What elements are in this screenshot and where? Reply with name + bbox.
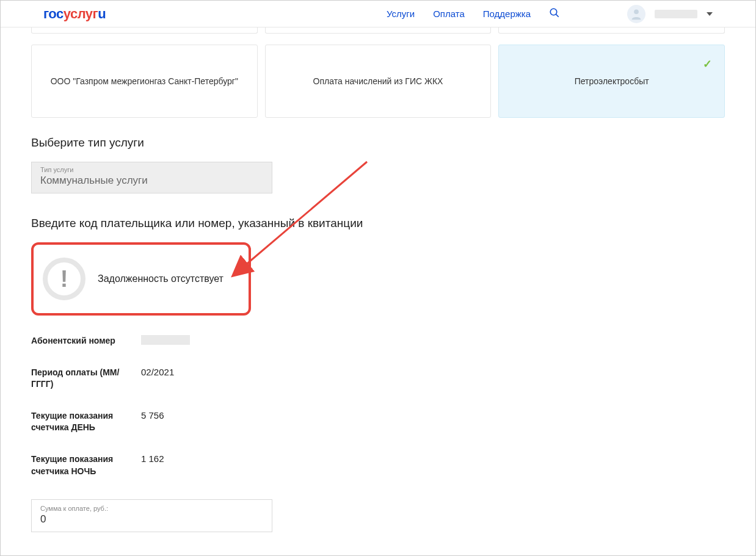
nav-support[interactable]: Поддержка [483, 9, 531, 19]
amount-value: 0 [40, 513, 263, 525]
logo-part-3: u [98, 6, 106, 21]
nav-payment[interactable]: Оплата [433, 9, 465, 19]
svg-point-0 [550, 9, 557, 15]
content: ООО "Газпром межрегионгаз Санкт-Петербур… [1, 27, 755, 532]
provider-stub [498, 27, 725, 34]
provider-card-gis[interactable]: Оплата начислений из ГИС ЖКХ [265, 45, 492, 118]
logo-part-2: услуг [64, 6, 98, 21]
info-day: Текущие показания счетчика ДЕНЬ 5 756 [31, 410, 725, 434]
alert-icon: ! [43, 258, 85, 300]
app-frame: госуслугu Услуги Оплата Поддержка ООО [0, 0, 756, 556]
provider-stub [265, 27, 492, 34]
svg-line-3 [245, 162, 367, 265]
info-period: Период оплаты (ММ/ГГГГ) 02/2021 [31, 367, 725, 391]
check-icon: ✓ [703, 57, 712, 71]
night-label: Текущие показания счетчика НОЧЬ [31, 453, 141, 477]
search-icon[interactable] [549, 7, 560, 21]
period-label: Период оплаты (ММ/ГГГГ) [31, 367, 141, 391]
service-type-label: Тип услуги [40, 166, 263, 173]
subscriber-value-redacted [141, 335, 190, 345]
info-night: Текущие показания счетчика НОЧЬ 1 162 [31, 453, 725, 477]
amount-field[interactable]: Сумма к оплате, руб.: 0 [31, 499, 272, 532]
logo-part-1: гос [43, 6, 64, 21]
providers-row-prev-partial [31, 27, 725, 34]
header: госуслугu Услуги Оплата Поддержка [1, 1, 755, 27]
provider-stub [31, 27, 258, 34]
user-menu-caret-icon[interactable] [707, 12, 713, 16]
day-value: 5 756 [141, 410, 164, 434]
info-subscriber: Абонентский номер [31, 335, 725, 347]
service-type-value: Коммунальные услуги [40, 175, 263, 187]
logo[interactable]: госуслугu [43, 6, 106, 22]
user-area [627, 5, 713, 23]
svg-point-2 [634, 9, 639, 14]
period-value: 02/2021 [141, 367, 174, 391]
nav-services[interactable]: Услуги [387, 9, 415, 19]
provider-card-gazprom[interactable]: ООО "Газпром межрегионгаз Санкт-Петербур… [31, 45, 258, 118]
provider-label: Оплата начислений из ГИС ЖКХ [313, 76, 443, 86]
amount-label: Сумма к оплате, руб.: [40, 505, 263, 512]
avatar[interactable] [627, 5, 645, 23]
provider-label: ООО "Газпром межрегионгаз Санкт-Петербур… [51, 76, 238, 86]
section-choose-type: Выберите тип услуги [31, 136, 725, 150]
night-value: 1 162 [141, 453, 164, 477]
exclamation-icon: ! [60, 267, 68, 291]
nav: Услуги Оплата Поддержка [387, 7, 560, 21]
alert-text: Задолженность отсутствует [98, 273, 224, 284]
provider-card-petro[interactable]: ✓ Петроэлектросбыт [498, 45, 725, 118]
username-redacted [655, 10, 697, 18]
subscriber-label: Абонентский номер [31, 335, 141, 347]
no-debt-alert: ! Задолженность отсутствует [31, 242, 251, 316]
providers-row: ООО "Газпром межрегионгаз Санкт-Петербур… [31, 45, 725, 118]
provider-label: Петроэлектросбыт [575, 76, 649, 86]
annotation-arrow-icon [233, 156, 379, 280]
day-label: Текущие показания счетчика ДЕНЬ [31, 410, 141, 434]
svg-line-1 [556, 14, 559, 16]
